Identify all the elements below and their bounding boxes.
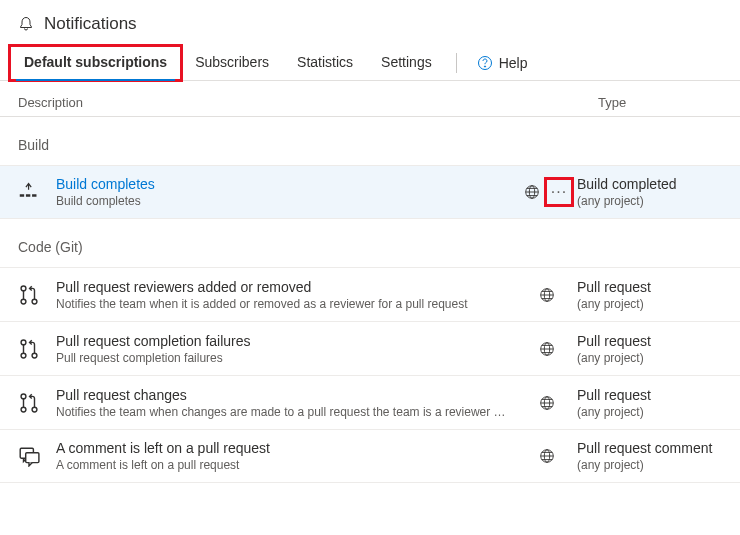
globe-icon [523, 183, 541, 201]
row-actions: ··· [517, 180, 577, 204]
row-text: A comment is left on a pull requestA com… [56, 440, 517, 472]
tab-settings[interactable]: Settings [367, 46, 446, 80]
row-title: A comment is left on a pull request [56, 440, 507, 456]
help-icon [477, 55, 493, 71]
globe-icon [538, 340, 556, 358]
type-title: Pull request [577, 279, 722, 295]
pr-icon [18, 284, 56, 306]
type-sub: (any project) [577, 405, 722, 419]
tab-subscribers[interactable]: Subscribers [181, 46, 283, 80]
row-subtitle: Notifies the team when changes are made … [56, 405, 507, 419]
section-header: Code (Git) [0, 219, 740, 267]
globe-icon [538, 447, 556, 465]
tab-divider [456, 53, 457, 73]
row-text: Pull request completion failuresPull req… [56, 333, 517, 365]
row-type: Pull request(any project) [577, 333, 722, 365]
subscription-row[interactable]: Pull request reviewers added or removedN… [0, 267, 740, 321]
type-sub: (any project) [577, 194, 722, 208]
row-actions [517, 447, 577, 465]
subscription-row[interactable]: Pull request completion failuresPull req… [0, 321, 740, 375]
row-type: Pull request(any project) [577, 279, 722, 311]
row-text: Pull request changesNotifies the team wh… [56, 387, 517, 419]
type-title: Pull request [577, 333, 722, 349]
row-subtitle: Build completes [56, 194, 507, 208]
row-type: Pull request(any project) [577, 387, 722, 419]
page-title: Notifications [44, 14, 137, 34]
type-title: Pull request comment [577, 440, 722, 456]
page-header: Notifications [0, 0, 740, 46]
tab-default-subscriptions[interactable]: Default subscriptions [10, 46, 181, 80]
help-link[interactable]: Help [467, 47, 538, 79]
row-actions [517, 394, 577, 412]
globe-icon [538, 286, 556, 304]
more-button[interactable]: ··· [547, 180, 571, 204]
bell-icon [18, 16, 34, 32]
subscription-row[interactable]: Build completesBuild completes···Build c… [0, 165, 740, 219]
row-title: Build completes [56, 176, 507, 192]
row-subtitle: Pull request completion failures [56, 351, 507, 365]
subscription-row[interactable]: A comment is left on a pull requestA com… [0, 429, 740, 483]
row-type: Build completed(any project) [577, 176, 722, 208]
row-subtitle: A comment is left on a pull request [56, 458, 507, 472]
row-actions [517, 286, 577, 304]
row-text: Build completesBuild completes [56, 176, 517, 208]
pr-icon [18, 392, 56, 414]
build-icon [18, 181, 56, 203]
tab-statistics[interactable]: Statistics [283, 46, 367, 80]
row-title: Pull request completion failures [56, 333, 507, 349]
col-description: Description [18, 95, 598, 110]
svg-point-1 [484, 66, 485, 67]
column-headers: Description Type [0, 81, 740, 117]
pr-icon [18, 338, 56, 360]
comment-icon [18, 445, 56, 467]
row-subtitle: Notifies the team when it is added or re… [56, 297, 507, 311]
row-actions [517, 340, 577, 358]
type-sub: (any project) [577, 297, 722, 311]
tab-bar: Default subscriptions Subscribers Statis… [0, 46, 740, 81]
row-title: Pull request changes [56, 387, 507, 403]
row-type: Pull request comment(any project) [577, 440, 722, 472]
type-sub: (any project) [577, 351, 722, 365]
col-type: Type [598, 95, 722, 110]
subscription-row[interactable]: Pull request changesNotifies the team wh… [0, 375, 740, 429]
type-title: Pull request [577, 387, 722, 403]
type-sub: (any project) [577, 458, 722, 472]
type-title: Build completed [577, 176, 722, 192]
section-header: Build [0, 117, 740, 165]
row-text: Pull request reviewers added or removedN… [56, 279, 517, 311]
help-label: Help [499, 55, 528, 71]
globe-icon [538, 394, 556, 412]
row-title: Pull request reviewers added or removed [56, 279, 507, 295]
